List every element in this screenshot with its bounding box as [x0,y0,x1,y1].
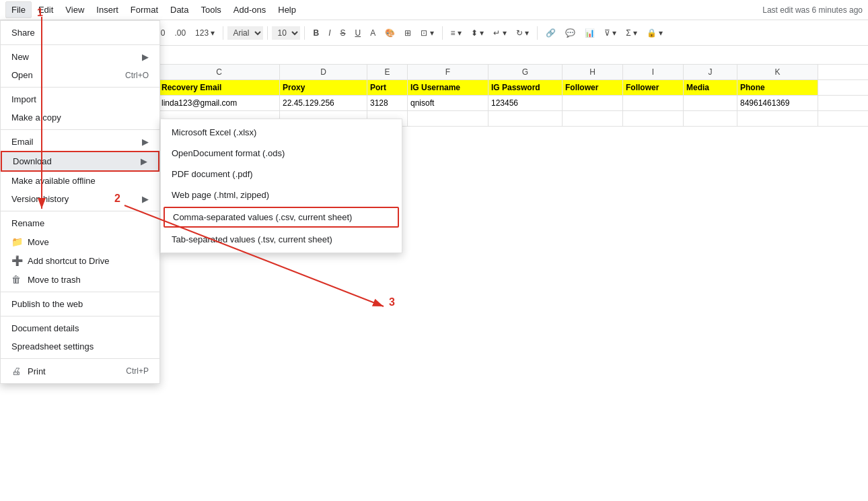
publish-label: Publish to the web [11,299,83,309]
rotate-btn[interactable]: ↻ ▾ [512,26,533,40]
cell-k1[interactable]: Phone [737,80,818,95]
file-menu-docdetails[interactable]: Document details [1,319,159,337]
file-menu-shortcut[interactable]: ➕ Add shortcut to Drive [1,251,159,270]
cell-f2[interactable]: qnisoft [408,96,489,110]
menu-edit[interactable]: Edit [33,2,59,18]
file-menu-share[interactable]: Share [1,24,159,42]
fill-color-btn[interactable]: 🎨 [381,26,399,40]
download-xlsx[interactable]: Microsoft Excel (.xlsx) [161,122,402,143]
col-header-g[interactable]: G [489,65,563,79]
comment-btn[interactable]: 💬 [561,26,579,40]
download-html[interactable]: Web page (.html, zipped) [161,185,402,205]
cell-g3[interactable] [489,111,563,126]
wrap-btn[interactable]: ↵ ▾ [489,26,510,40]
cell-j3[interactable] [684,111,737,126]
cell-c1[interactable]: Recovery Email [159,80,280,95]
link-btn[interactable]: 🔗 [542,26,560,40]
bold-btn[interactable]: B [309,26,323,40]
col-header-e[interactable]: E [367,65,408,79]
file-menu-download[interactable]: Download ▶ [1,151,159,172]
cell-g2[interactable]: 123456 [489,96,563,110]
print-label: Print [28,366,46,376]
sep-6 [1,358,159,359]
toolbar-sep-3 [223,26,223,40]
format-btn[interactable]: 123 ▾ [191,26,219,40]
email-label: Email [11,137,34,147]
csv-label: Comma-separated values (.csv, current sh… [173,212,352,222]
decimal00-btn[interactable]: .00 [170,26,190,40]
file-menu-new[interactable]: New ▶ [1,48,159,66]
formula-input[interactable] [54,50,863,60]
cell-d1[interactable]: Proxy [280,80,367,95]
menu-format[interactable]: Format [125,2,164,18]
function-btn[interactable]: Σ ▾ [622,26,641,40]
download-csv[interactable]: Comma-separated values (.csv, current sh… [164,207,399,228]
file-menu-trash[interactable]: 🗑 Move to trash [1,270,159,289]
col-header-j[interactable]: J [684,65,737,79]
cell-h3[interactable] [563,111,623,126]
cell-j1[interactable]: Media [684,80,737,95]
download-tsv[interactable]: Tab-separated values (.tsv, current shee… [161,229,402,250]
file-menu-email[interactable]: Email ▶ [1,133,159,151]
file-menu-publish[interactable]: Publish to the web [1,295,159,313]
menu-file[interactable]: File [5,1,32,18]
col-header-h[interactable]: H [563,65,623,79]
file-menu-print[interactable]: 🖨 Print Ctrl+P [1,362,159,380]
menu-addons[interactable]: Add-ons [228,2,271,18]
col-header-c[interactable]: C [159,65,280,79]
underline-btn[interactable]: U [351,26,365,40]
file-menu-spreadsheetsettings[interactable]: Spreadsheet settings [1,337,159,356]
cell-f1[interactable]: IG Username [408,80,489,95]
file-menu-makecopy[interactable]: Make a copy [1,108,159,127]
cell-h1[interactable]: Follower [563,80,623,95]
strikethrough-btn[interactable]: S [336,26,349,40]
file-menu: Share New ▶ Open Ctrl+O Import Make a co… [0,20,160,384]
trash-label: Move to trash [28,275,81,285]
menu-insert[interactable]: Insert [91,2,124,18]
merge-btn[interactable]: ⊡ ▾ [417,26,437,40]
file-menu-offline[interactable]: Make available offline [1,172,159,190]
ods-label: OpenDocument format (.ods) [172,148,285,158]
halign-btn[interactable]: ≡ ▾ [447,26,466,40]
menu-view[interactable]: View [60,2,89,18]
lock-btn[interactable]: 🔒 ▾ [643,26,667,40]
download-ods[interactable]: OpenDocument format (.ods) [161,143,402,164]
cell-h2[interactable] [563,96,623,110]
file-menu-import[interactable]: Import [1,90,159,108]
menu-data[interactable]: Data [165,2,194,18]
cell-k3[interactable] [737,111,818,126]
cell-e1[interactable]: Port [367,80,408,95]
cell-f3[interactable] [408,111,489,126]
cell-i3[interactable] [623,111,684,126]
cell-d2[interactable]: 22.45.129.256 [280,96,367,110]
font-size-select[interactable]: 10 [272,26,300,40]
file-menu-version[interactable]: Version history ▶ [1,190,159,208]
file-menu-rename[interactable]: Rename [1,214,159,232]
shortcut-icon: ➕ [11,255,25,266]
download-submenu: Microsoft Excel (.xlsx) OpenDocument for… [160,119,402,253]
col-header-i[interactable]: I [623,65,684,79]
menu-tools[interactable]: Tools [195,2,226,18]
cell-i2[interactable] [623,96,684,110]
file-menu-move[interactable]: 📁 Move [1,232,159,251]
cell-k2[interactable]: 84961461369 [737,96,818,110]
borders-btn[interactable]: ⊞ [400,26,415,40]
download-pdf[interactable]: PDF document (.pdf) [161,164,402,185]
col-header-f[interactable]: F [408,65,489,79]
file-menu-open[interactable]: Open Ctrl+O [1,66,159,84]
chart-btn[interactable]: 📊 [581,26,599,40]
cell-i1[interactable]: Follower [623,80,684,95]
cell-g1[interactable]: IG Password [489,80,563,95]
italic-btn[interactable]: I [324,26,334,40]
filter-btn[interactable]: ⊽ ▾ [600,26,620,40]
font-select[interactable]: Arial [227,26,263,40]
cell-c2[interactable]: linda123@gmail.com [159,96,280,110]
col-header-k[interactable]: K [737,65,818,79]
col-header-d[interactable]: D [280,65,367,79]
valign-btn[interactable]: ⬍ ▾ [467,26,488,40]
cell-e2[interactable]: 3128 [367,96,408,110]
sep-2 [1,129,159,130]
text-color-btn[interactable]: A [366,26,379,40]
menu-help[interactable]: Help [273,2,301,18]
cell-j2[interactable] [684,96,737,110]
